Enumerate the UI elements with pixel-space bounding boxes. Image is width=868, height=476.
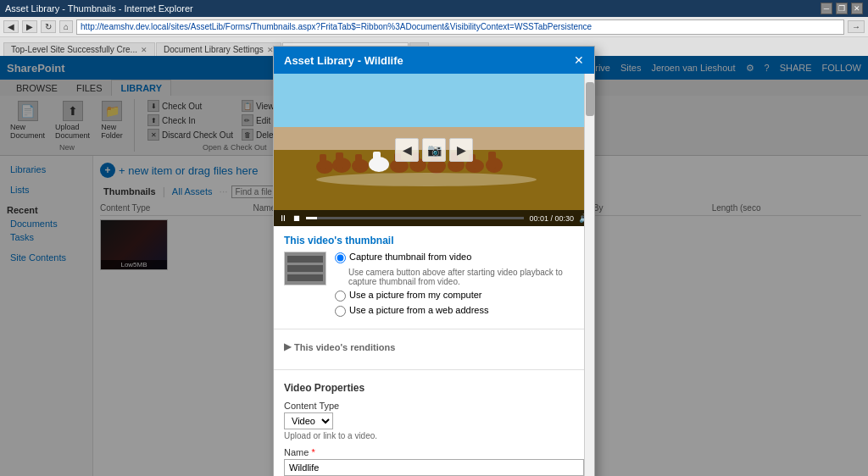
home-button[interactable]: ⌂ [59, 20, 73, 33]
svg-rect-8 [373, 152, 381, 169]
video-properties-section: Video Properties Content Type Video Uplo… [274, 374, 594, 476]
horse-group [316, 152, 369, 174]
radio-url-option: Use a picture from a web address [335, 305, 584, 317]
modal-header: Asset Library - Wildlife ✕ [274, 47, 594, 74]
tab-1-close[interactable]: ✕ [141, 46, 147, 54]
content-type-select[interactable]: Video [284, 412, 333, 429]
title-bar: Asset Library - Thumbnails - Internet Ex… [0, 0, 868, 17]
required-star: * [311, 447, 314, 457]
name-input[interactable] [284, 459, 584, 476]
modal-overlay: Asset Library - Wildlife ✕ [0, 56, 868, 476]
svg-rect-4 [336, 152, 343, 169]
forward-button[interactable]: ▶ [22, 20, 37, 33]
thumbnail-section-heading: This video's thumbnail [284, 235, 584, 246]
video-nav-controls: ◀ 📷 ▶ [395, 138, 473, 162]
svg-point-21 [316, 173, 537, 186]
renditions-section: ▶ This video's renditions [274, 333, 594, 366]
modal-body: ◀ 📷 ▶ ⏸ ⏹ 00:01 / 00:30 🔊 [274, 74, 594, 476]
capture-hint: Use camera button above after starting v… [348, 268, 584, 286]
stop-button[interactable]: ⏹ [292, 213, 301, 223]
address-bar[interactable] [76, 19, 844, 35]
progress-bar[interactable] [306, 217, 524, 219]
restore-button[interactable]: ❐ [836, 3, 848, 14]
prev-frame-button[interactable]: ◀ [395, 138, 419, 162]
radio-from-computer[interactable] [335, 291, 346, 302]
video-properties-title: Video Properties [284, 382, 584, 394]
nav-bar: ◀ ▶ ↻ ⌂ → [0, 17, 868, 37]
back-button[interactable]: ◀ [3, 20, 19, 33]
browser-tab-1[interactable]: Top-Level Site Successfully Cre... ✕ [3, 42, 155, 56]
video-controls-bar: ⏸ ⏹ 00:01 / 00:30 🔊 [274, 210, 594, 226]
radio-capture[interactable] [335, 252, 346, 263]
svg-rect-20 [488, 152, 496, 169]
white-horse [369, 152, 389, 172]
close-button[interactable]: ✕ [851, 3, 863, 14]
thumb-strip-3 [287, 274, 323, 281]
svg-rect-2 [320, 154, 326, 169]
radio-capture-option: Capture thumbnail from video [335, 252, 584, 263]
content-type-label: Content Type [284, 401, 584, 411]
divider-1 [274, 329, 594, 329]
minimize-button[interactable]: ─ [821, 3, 832, 14]
thumb-strip-1 [287, 256, 323, 263]
modal-close-button[interactable]: ✕ [574, 53, 584, 67]
content-type-row: Content Type Video Upload or link to a v… [284, 401, 584, 440]
name-label: Name * [284, 447, 584, 457]
video-player: ◀ 📷 ▶ ⏸ ⏹ 00:01 / 00:30 🔊 [274, 74, 594, 226]
app-area: SharePoint Newsfeed SkyDrive Sites Jeroe… [0, 56, 868, 476]
divider-2 [274, 369, 594, 370]
radio-computer-label: Use a picture from my computer [349, 290, 482, 300]
renditions-heading[interactable]: ▶ This video's renditions [284, 341, 584, 352]
radio-computer-option: Use a picture from my computer [335, 290, 584, 302]
tab-1-label: Top-Level Site Successfully Cre... [11, 45, 137, 54]
next-frame-button[interactable]: ▶ [449, 138, 473, 162]
name-row: Name * [284, 447, 584, 476]
thumb-strip-2 [287, 265, 323, 272]
go-button[interactable]: → [848, 20, 865, 33]
radio-from-url[interactable] [335, 306, 346, 317]
content-type-select-row: Video [284, 412, 584, 429]
modal-dialog: Asset Library - Wildlife ✕ [273, 46, 595, 476]
scrollbar-thumb [586, 82, 594, 116]
renditions-label: This video's renditions [294, 342, 395, 352]
thumbnail-preview-box [284, 252, 326, 285]
modal-title: Asset Library - Wildlife [284, 54, 403, 67]
thumbnail-config-section: This video's thumbnail Capture thumbn [274, 226, 594, 325]
content-type-hint: Upload or link to a video. [284, 431, 584, 440]
modal-scrollbar[interactable] [584, 80, 594, 476]
radio-capture-label: Capture thumbnail from video [349, 252, 471, 262]
browser-window: Asset Library - Thumbnails - Internet Ex… [0, 0, 868, 476]
progress-fill [306, 217, 317, 219]
tab-2-label: Document Library Settings [164, 45, 264, 54]
svg-rect-6 [355, 154, 362, 169]
thumbnail-section-body: Capture thumbnail from video Use camera … [284, 252, 584, 317]
renditions-arrow: ▶ [284, 341, 291, 352]
browser-tab-2[interactable]: Document Library Settings ✕ [156, 42, 281, 56]
browser-title: Asset Library - Thumbnails - Internet Ex… [5, 3, 193, 14]
window-controls: ─ ❐ ✕ [821, 3, 863, 14]
radio-url-label: Use a picture from a web address [349, 305, 488, 315]
thumbnail-options: Capture thumbnail from video Use camera … [335, 252, 584, 317]
play-pause-button[interactable]: ⏸ [279, 213, 287, 223]
video-time: 00:01 / 00:30 [529, 214, 574, 223]
camera-capture-button[interactable]: 📷 [422, 138, 446, 162]
refresh-button[interactable]: ↻ [41, 20, 56, 33]
